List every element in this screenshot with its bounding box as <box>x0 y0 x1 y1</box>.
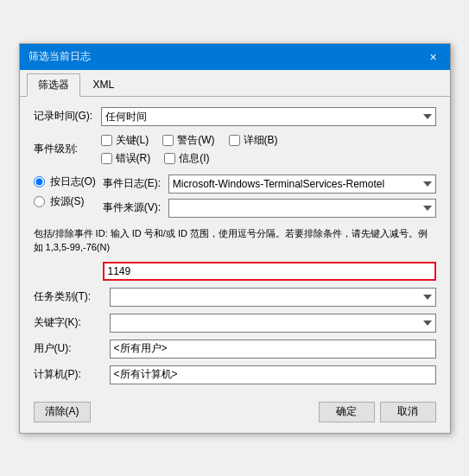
event-id-description: 包括/排除事件 ID: 输入 ID 号和/或 ID 范围，使用逗号分隔。若要排除… <box>34 226 436 255</box>
computer-label: 计算机(P): <box>34 367 103 382</box>
checkbox-row-2: 错误(R) 信息(I) <box>101 151 436 166</box>
tab-bar: 筛选器 XML <box>20 70 450 97</box>
checkbox-verbose-input[interactable] <box>229 135 240 146</box>
checkbox-info-input[interactable] <box>164 153 175 164</box>
radio-column: 按日志(O) 按源(S) <box>34 175 96 218</box>
checkbox-critical-input[interactable] <box>101 135 112 146</box>
event-log-select[interactable]: Microsoft-Windows-TerminalServices-Remot… <box>168 175 436 194</box>
checkbox-info[interactable]: 信息(I) <box>164 151 209 166</box>
radio-by-source-item[interactable]: 按源(S) <box>34 194 96 209</box>
event-level-label: 事件级别: <box>34 142 94 156</box>
close-button[interactable]: × <box>426 49 441 65</box>
checkbox-row-1: 关键(L) 警告(W) 详细(B) <box>101 133 436 148</box>
checkbox-critical[interactable]: 关键(L) <box>101 133 149 148</box>
checkbox-warning[interactable]: 警告(W) <box>162 133 214 148</box>
radio-by-log-label: 按日志(O) <box>50 175 96 189</box>
keyword-row: 关键字(K): <box>34 314 436 333</box>
form-content: 记录时间(G): 任何时间 事件级别: 关键(L) 警告(W) <box>20 97 450 395</box>
user-row: 用户(U): <所有用户> <box>34 340 436 359</box>
record-time-label: 记录时间(G): <box>34 109 94 124</box>
tab-filter[interactable]: 筛选器 <box>27 73 80 97</box>
event-level-row: 事件级别: 关键(L) 警告(W) 详细(B) <box>34 133 436 166</box>
checkbox-verbose[interactable]: 详细(B) <box>229 133 278 148</box>
event-source-select[interactable] <box>168 199 436 218</box>
dialog-title: 筛选当前日志 <box>29 49 91 64</box>
radio-by-source-input[interactable] <box>34 196 45 207</box>
radio-by-source-label: 按源(S) <box>50 194 85 209</box>
checkbox-error-label: 错误(R) <box>116 151 151 166</box>
user-input[interactable]: <所有用户> <box>110 340 436 359</box>
computer-row: 计算机(P): <所有计算机> <box>34 365 436 384</box>
checkbox-critical-label: 关键(L) <box>116 133 149 148</box>
record-time-select[interactable]: 任何时间 <box>101 107 436 126</box>
checkbox-error-input[interactable] <box>101 153 112 164</box>
cancel-button[interactable]: 取消 <box>380 402 436 422</box>
computer-input[interactable]: <所有计算机> <box>110 365 436 384</box>
log-source-section: 按日志(O) 按源(S) 事件日志(E): Microsoft-Windows-… <box>34 175 436 218</box>
radio-by-log-item[interactable]: 按日志(O) <box>34 175 96 189</box>
event-log-row: 事件日志(E): Microsoft-Windows-TerminalServi… <box>103 175 436 194</box>
tab-xml[interactable]: XML <box>82 73 126 96</box>
event-source-label: 事件来源(V): <box>103 200 163 215</box>
keyword-label: 关键字(K): <box>34 315 103 330</box>
task-category-label: 任务类别(T): <box>34 289 103 304</box>
radio-fields: 事件日志(E): Microsoft-Windows-TerminalServi… <box>103 175 436 218</box>
task-category-row: 任务类别(T): <box>34 288 436 307</box>
radio-by-log-input[interactable] <box>34 176 45 187</box>
keyword-select[interactable] <box>110 314 436 333</box>
button-row: 清除(A) 确定 取消 <box>20 395 450 433</box>
task-category-select[interactable] <box>110 288 436 307</box>
checkbox-warning-label: 警告(W) <box>177 133 214 148</box>
filter-dialog: 筛选当前日志 × 筛选器 XML 记录时间(G): 任何时间 事件级别: 关键(… <box>19 43 451 434</box>
checkbox-error[interactable]: 错误(R) <box>101 151 151 166</box>
event-id-input[interactable]: 1149 <box>103 262 436 281</box>
title-bar: 筛选当前日志 × <box>20 44 450 70</box>
event-level-checkboxes: 关键(L) 警告(W) 详细(B) 错误(R) <box>101 133 436 166</box>
user-label: 用户(U): <box>34 341 103 356</box>
checkbox-verbose-label: 详细(B) <box>244 133 278 148</box>
clear-button[interactable]: 清除(A) <box>34 402 91 422</box>
checkbox-warning-input[interactable] <box>162 135 174 146</box>
event-log-label: 事件日志(E): <box>103 176 163 191</box>
ok-button[interactable]: 确定 <box>319 402 375 422</box>
record-time-row: 记录时间(G): 任何时间 <box>34 107 436 126</box>
checkbox-info-label: 信息(I) <box>179 151 209 166</box>
event-source-row: 事件来源(V): <box>103 199 436 218</box>
